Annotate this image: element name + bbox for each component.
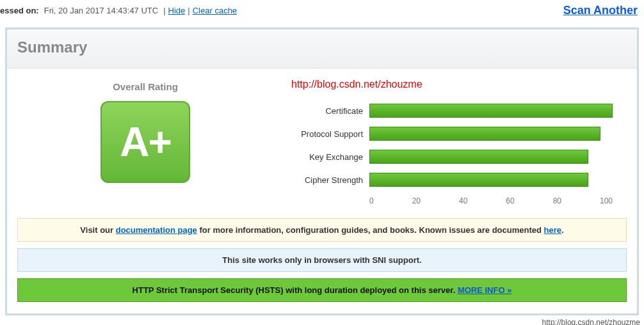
chart-bar-label: Certificate: [280, 106, 369, 116]
banner-text: .: [561, 225, 564, 235]
grade-text: A+: [120, 118, 171, 166]
chart-bar: [369, 104, 613, 118]
more-info-link[interactable]: MORE INFO »: [458, 285, 512, 295]
chart-column: http://blog.csdn.net/zhouzme Certificate…: [273, 75, 627, 205]
docs-banner: Visit our documentation page for more in…: [17, 218, 627, 242]
axis-tick: 0: [369, 196, 374, 205]
summary-panel: Summary Overall Rating A+ http://blog.cs…: [5, 28, 639, 315]
axis-tick: 20: [412, 196, 421, 205]
scan-another-link[interactable]: Scan Another: [563, 4, 638, 17]
chart-axis: 020406080100: [369, 193, 613, 205]
chart-row: Certificate: [280, 100, 627, 121]
chart-row: Protocol Support: [280, 123, 627, 144]
banner-text: This site works only in browsers with SN…: [222, 255, 421, 265]
chart-track: [369, 104, 613, 118]
banner-text: HTTP Strict Transport Security (HSTS) wi…: [133, 285, 458, 295]
chart-bar: [369, 173, 588, 187]
chart-row: Cipher Strength: [280, 170, 627, 190]
overall-rating-label: Overall Rating: [17, 81, 273, 92]
watermark-text: http://blog.csdn.net/zhouzme: [291, 79, 423, 90]
axis-tick: 100: [600, 196, 613, 205]
separator: |: [188, 6, 189, 15]
assessed-date: Fri, 20 Jan 2017 14:43:47 UTC: [42, 6, 161, 15]
chart-track: [369, 150, 613, 164]
chart-bar: [369, 150, 588, 164]
assessed-on-label: essed on:: [0, 6, 39, 15]
hsts-banner: HTTP Strict Transport Security (HSTS) wi…: [17, 278, 627, 302]
score-chart: CertificateProtocol SupportKey ExchangeC…: [280, 100, 627, 205]
page-title: Summary: [17, 38, 627, 56]
assessment-info: essed on: Fri, 20 Jan 2017 14:43:47 UTC …: [0, 6, 237, 15]
separator: |: [163, 6, 165, 15]
hide-link[interactable]: Hide: [168, 6, 186, 15]
rating-column: Overall Rating A+: [17, 75, 273, 205]
grade-badge: A+: [101, 101, 190, 183]
sni-banner: This site works only in browsers with SN…: [17, 248, 627, 272]
axis-tick: 40: [459, 196, 467, 205]
chart-bar-label: Key Exchange: [280, 152, 369, 162]
clear-cache-link[interactable]: Clear cache: [193, 6, 237, 15]
known-issues-link[interactable]: here: [544, 225, 561, 235]
banner-text: for more information, configuration guid…: [197, 225, 544, 235]
chart-bar-label: Cipher Strength: [280, 175, 369, 185]
chart-bar: [369, 127, 600, 141]
banner-text: Visit our: [80, 225, 115, 235]
panel-header: Summary: [7, 29, 637, 68]
chart-track: [369, 127, 613, 141]
chart-track: [369, 173, 613, 187]
chart-row: Key Exchange: [280, 147, 627, 167]
panel-content: Overall Rating A+ http://blog.csdn.net/z…: [7, 68, 637, 313]
axis-tick: 80: [553, 196, 561, 205]
top-bar: essed on: Fri, 20 Jan 2017 14:43:47 UTC …: [0, 0, 644, 22]
chart-bar-label: Protocol Support: [280, 129, 369, 139]
documentation-link[interactable]: documentation page: [116, 225, 197, 235]
axis-tick: 60: [506, 196, 514, 205]
footer-watermark: http://blog.csdn.net/zhouzme: [0, 315, 644, 325]
